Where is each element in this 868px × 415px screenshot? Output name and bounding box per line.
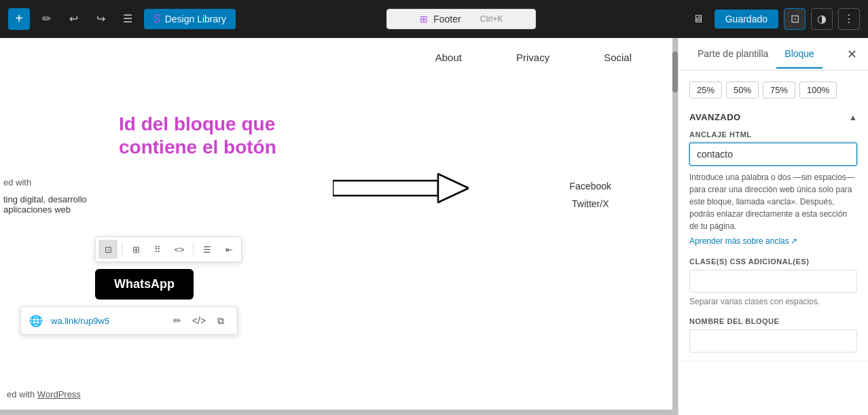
toolbar-center: ⊞ Footer Ctrl+K <box>241 9 682 29</box>
add-block-button[interactable]: + <box>8 8 30 30</box>
css-label: CLASE(S) CSS ADICIONAL(ES) <box>689 257 857 266</box>
footer-desc: ed with ting digital, desarrolloaplicaci… <box>0 174 90 218</box>
anchor-help-text: Introduce una palabra o dos —sin espacio… <box>689 171 857 232</box>
justify-icon: ⇤ <box>225 245 233 255</box>
canvas-area: About Privacy Social ed with ting digita… <box>0 38 678 415</box>
anchor-label: ANCLAJE HTML <box>689 130 857 139</box>
more-options-button[interactable]: ⋮ <box>838 8 860 30</box>
close-panel-button[interactable]: ✕ <box>847 47 857 62</box>
anchor-input[interactable] <box>689 143 857 166</box>
panel-header: Parte de plantilla Bloque ✕ <box>679 38 868 71</box>
design-library-label: Design Library <box>165 14 226 24</box>
whatsapp-button[interactable]: WhatsApp <box>95 269 194 300</box>
contrast-icon: ◑ <box>817 12 827 25</box>
horizontal-scrollbar[interactable] <box>0 410 672 415</box>
twitter-link[interactable]: Twitter/X <box>570 198 611 209</box>
code-button[interactable]: <> <box>170 240 189 259</box>
pen-tool-button[interactable]: ✏ <box>35 8 57 30</box>
edit-link-button[interactable]: ✏ <box>169 312 185 329</box>
link-url[interactable]: wa.link/rup9w5 <box>51 316 161 326</box>
main-toolbar: + ✏ ↩ ↪ ☰ S Design Library ⊞ Footer Ctrl… <box>0 0 868 38</box>
desktop-icon: 🖥 <box>693 13 704 25</box>
tab-parte-plantilla[interactable]: Parte de plantilla <box>689 40 776 69</box>
wordpress-link[interactable]: WordPress <box>37 389 81 399</box>
code-link-button[interactable]: </> <box>191 312 207 329</box>
image-icon: ⊞ <box>132 245 140 255</box>
redo-icon: ↪ <box>96 12 105 25</box>
toolbar-divider-1 <box>122 242 122 256</box>
anchor-field: ANCLAJE HTML Introduce una palabra o dos… <box>689 130 857 247</box>
page-content: About Privacy Social ed with ting digita… <box>0 38 678 415</box>
size-buttons: 25% 50% 75% 100% <box>679 71 868 104</box>
contrast-button[interactable]: ◑ <box>811 8 833 30</box>
undo-button[interactable]: ↩ <box>62 8 84 30</box>
social-links: Facebook Twitter/X <box>570 181 611 209</box>
svg-marker-1 <box>438 174 469 202</box>
block-name-field: NOMBRE DEL BLOQUE <box>689 317 857 353</box>
footer-shortcut: Ctrl+K <box>480 14 503 24</box>
link-bar: 🌐 wa.link/rup9w5 ✏ </> ⧉ <box>20 306 238 335</box>
copy-link-button[interactable]: ⧉ <box>213 312 229 329</box>
nav-social[interactable]: Social <box>604 52 632 63</box>
toggle-panel-button[interactable]: ⊡ <box>784 8 806 30</box>
avanzado-section: Avanzado ▲ ANCLAJE HTML Introduce una pa… <box>679 104 868 361</box>
align-button[interactable]: ☰ <box>198 240 217 259</box>
annotation-text: Id del bloque que contiene el botón <box>119 113 309 158</box>
svg-rect-0 <box>333 181 438 196</box>
block-name-label: NOMBRE DEL BLOQUE <box>689 317 857 325</box>
justify-button[interactable]: ⇤ <box>219 240 238 259</box>
block-type-button[interactable]: ⊡ <box>98 240 117 259</box>
arrow-svg <box>333 167 469 208</box>
vertical-scrollbar[interactable] <box>672 38 678 415</box>
drag-icon: ⠿ <box>154 245 161 255</box>
design-library-button[interactable]: S Design Library <box>144 9 236 29</box>
tab-bloque[interactable]: Bloque <box>776 40 822 69</box>
size-50-button[interactable]: 50% <box>726 82 759 98</box>
right-panel: Parte de plantilla Bloque ✕ 25% 50% 75% … <box>678 38 868 415</box>
css-classes-field: CLASE(S) CSS ADICIONAL(ES) Separar varia… <box>689 257 857 306</box>
size-100-button[interactable]: 100% <box>799 82 837 98</box>
footer-bottom-text: ed with WordPress <box>7 389 81 399</box>
undo-icon: ↩ <box>69 12 78 25</box>
footer-badge[interactable]: ⊞ Footer Ctrl+K <box>386 9 536 29</box>
section-toggle-button[interactable]: ▲ <box>849 113 857 122</box>
pen-icon: ✏ <box>42 12 51 25</box>
size-25-button[interactable]: 25% <box>689 82 722 98</box>
redo-button[interactable]: ↪ <box>90 8 111 30</box>
nav-privacy[interactable]: Privacy <box>516 52 549 63</box>
annotation-arrow <box>333 167 469 211</box>
desktop-view-button[interactable]: 🖥 <box>687 8 709 30</box>
toolbar-divider-2 <box>193 242 194 256</box>
footer-icon: ⊞ <box>420 14 428 24</box>
globe-icon: 🌐 <box>29 314 43 327</box>
facebook-link[interactable]: Facebook <box>570 181 611 192</box>
page-white: About Privacy Social ed with ting digita… <box>0 38 672 410</box>
css-classes-input[interactable] <box>689 270 857 293</box>
image-block-button[interactable]: ⊞ <box>126 240 145 259</box>
design-library-icon: S <box>153 13 161 25</box>
align-icon: ☰ <box>203 245 211 255</box>
nav-about[interactable]: About <box>435 52 462 63</box>
drag-button[interactable]: ⠿ <box>148 240 167 259</box>
saved-button[interactable]: Guardado <box>715 10 778 29</box>
list-icon: ☰ <box>123 12 132 25</box>
css-help-text: Separar varias clases con espacios. <box>689 297 857 306</box>
panel-icon: ⊡ <box>791 12 799 25</box>
whatsapp-label: WhatsApp <box>114 277 175 291</box>
block-name-input[interactable] <box>689 329 857 353</box>
section-header: Avanzado ▲ <box>689 112 857 122</box>
list-view-button[interactable]: ☰ <box>117 8 139 30</box>
link-actions: ✏ </> ⧉ <box>169 312 229 329</box>
scrollbar-thumb[interactable] <box>672 52 678 92</box>
learn-more-link[interactable]: Aprender más sobre anclas ↗ <box>689 236 797 246</box>
dots-icon: ⋮ <box>844 12 854 25</box>
toolbar-right: 🖥 Guardado ⊡ ◑ ⋮ <box>687 8 860 30</box>
plus-icon: + <box>15 11 23 26</box>
section-title: Avanzado <box>689 112 741 122</box>
size-75-button[interactable]: 75% <box>763 82 795 98</box>
block-toolbar: ⊡ ⊞ ⠿ <> ☰ <box>95 236 242 262</box>
external-link-icon: ↗ <box>791 236 797 246</box>
footer-nav: About Privacy Social <box>0 38 672 63</box>
footer-label: Footer <box>433 14 460 24</box>
main-layout: About Privacy Social ed with ting digita… <box>0 38 868 415</box>
